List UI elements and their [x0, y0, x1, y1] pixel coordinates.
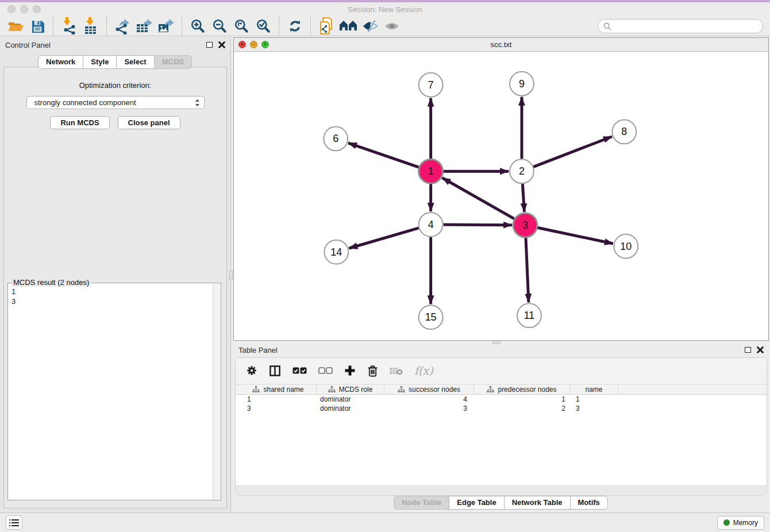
plus-icon [344, 365, 356, 376]
delete-column-button[interactable] [367, 365, 378, 377]
mcds-result-box: MCDS result (2 nodes) 1 3 [7, 283, 221, 500]
close-panel-icon[interactable] [218, 41, 225, 48]
clone-network-icon [319, 17, 334, 35]
task-history-button[interactable] [6, 515, 22, 530]
export-table-button[interactable] [133, 17, 155, 35]
cell-shared-name[interactable]: 3 [240, 404, 317, 413]
optimization-criterion-select[interactable]: strongly connected component [26, 96, 205, 109]
tab-edge-table[interactable]: Edge Table [449, 496, 504, 510]
tree-icon [398, 386, 405, 393]
network-minimize-button[interactable]: − [250, 41, 257, 48]
result-scrollbar[interactable] [213, 284, 220, 499]
memory-status-icon [723, 519, 730, 526]
cell-name[interactable]: 3 [570, 404, 618, 413]
save-session-button[interactable] [26, 17, 48, 35]
open-session-button[interactable] [5, 17, 26, 35]
node-table: shared name MCDS role successor nodes pr… [236, 384, 767, 485]
hide-eye-icon [363, 20, 378, 33]
vertical-splitter-grip[interactable] [229, 271, 233, 280]
function-builder-button[interactable]: f(x) [414, 364, 433, 377]
delete-table-button[interactable] [390, 367, 403, 375]
graph-edge-3-11[interactable] [526, 238, 529, 303]
close-panel-button[interactable]: Close panel [118, 116, 180, 129]
float-panel-icon[interactable] [206, 42, 213, 48]
network-zoom-button[interactable]: + [261, 41, 269, 48]
tab-motifs[interactable]: Motifs [570, 496, 608, 510]
column-header-mcds-role[interactable]: MCDS role [317, 384, 384, 394]
graph-edge-1-6[interactable] [348, 143, 419, 167]
toolbar-separator [53, 16, 53, 36]
cell-mcds-role[interactable]: dominator [317, 395, 384, 403]
clone-network-button[interactable] [315, 17, 337, 35]
table-settings-button[interactable] [246, 365, 257, 376]
network-close-button[interactable]: × [238, 41, 246, 48]
first-neighbors-button[interactable] [337, 17, 359, 35]
close-table-panel-icon[interactable] [757, 346, 764, 353]
cell-mcds-role[interactable]: dominator [317, 404, 384, 413]
column-header-shared-name[interactable]: shared name [240, 384, 317, 394]
cell-predecessor-nodes[interactable]: 1 [474, 395, 570, 403]
tab-network-table[interactable]: Network Table [504, 496, 571, 510]
column-header-predecessor-nodes[interactable]: predecessor nodes [474, 384, 570, 394]
graph-edge-3-1[interactable] [442, 178, 514, 219]
checked-boxes-icon [292, 367, 307, 374]
import-table-button[interactable] [80, 17, 102, 35]
tab-style[interactable]: Style [83, 55, 117, 69]
zoom-fit-button[interactable] [230, 17, 252, 35]
cell-successor-nodes[interactable]: 4 [384, 395, 474, 403]
show-all-button[interactable] [381, 17, 403, 35]
memory-button[interactable]: Memory [717, 516, 764, 530]
tab-mcds[interactable]: MCDS [154, 55, 192, 69]
status-bar: Memory [0, 512, 770, 532]
column-header-successor-nodes[interactable]: successor nodes [384, 384, 474, 394]
cell-predecessor-nodes[interactable]: 2 [474, 404, 570, 413]
zoom-fit-icon [234, 18, 249, 33]
tab-select[interactable]: Select [116, 55, 154, 69]
table-row[interactable]: 1 dominator 4 1 1 [236, 395, 767, 404]
add-column-button[interactable] [344, 365, 356, 376]
control-panel-tabs: Network Style Select MCDS [0, 55, 230, 69]
table-row[interactable]: 3 dominator 3 2 3 [236, 404, 767, 413]
zoom-in-button[interactable] [187, 17, 209, 35]
tab-node-table[interactable]: Node Table [394, 496, 449, 510]
unselect-all-button[interactable] [318, 367, 333, 374]
zoom-selected-button[interactable] [252, 17, 274, 35]
tab-network[interactable]: Network [38, 55, 83, 69]
graph-edge-2-8[interactable] [533, 137, 611, 167]
column-header-name[interactable]: name [570, 384, 618, 394]
network-graph: 7968124314101511 [234, 52, 768, 340]
show-eye-icon [384, 21, 399, 31]
graph-edge-4-14[interactable] [349, 228, 418, 248]
mcds-result-item: 3 [11, 296, 211, 306]
show-column-button[interactable] [269, 365, 281, 377]
mcds-panel: Optimization criterion: strongly connect… [3, 67, 227, 508]
column-label: successor nodes [409, 385, 460, 394]
export-image-button[interactable] [155, 17, 177, 35]
zoom-out-button[interactable] [209, 17, 230, 35]
cell-successor-nodes[interactable]: 3 [384, 404, 474, 413]
search-input[interactable] [614, 22, 757, 30]
import-network-button[interactable] [58, 17, 80, 35]
open-folder-icon [8, 20, 24, 32]
graph-node-label-8: 8 [621, 126, 627, 137]
network-canvas[interactable]: 7968124314101511 [234, 52, 768, 340]
control-panel-header: Control Panel [0, 37, 230, 53]
hide-selected-button[interactable] [359, 17, 381, 35]
float-table-panel-icon[interactable] [745, 347, 751, 353]
cell-name[interactable]: 1 [570, 395, 618, 403]
zoom-in-icon [190, 18, 205, 33]
table-horizontal-scrollbar[interactable] [236, 485, 767, 495]
network-window-titlebar[interactable]: × − + scc.txt [234, 38, 768, 52]
list-icon [9, 519, 19, 527]
cell-shared-name[interactable]: 1 [240, 395, 317, 403]
export-network-button[interactable] [111, 17, 133, 35]
memory-label: Memory [733, 519, 758, 527]
refresh-view-button[interactable] [284, 17, 306, 35]
run-mcds-button[interactable]: Run MCDS [50, 116, 109, 129]
graph-edge-2-3[interactable] [522, 184, 524, 212]
graph-edge-3-10[interactable] [537, 228, 613, 244]
graph-edge-4-3[interactable] [444, 225, 513, 225]
tree-icon [487, 386, 494, 393]
table-panel: Table Panel [233, 342, 769, 511]
select-all-button[interactable] [292, 367, 307, 374]
